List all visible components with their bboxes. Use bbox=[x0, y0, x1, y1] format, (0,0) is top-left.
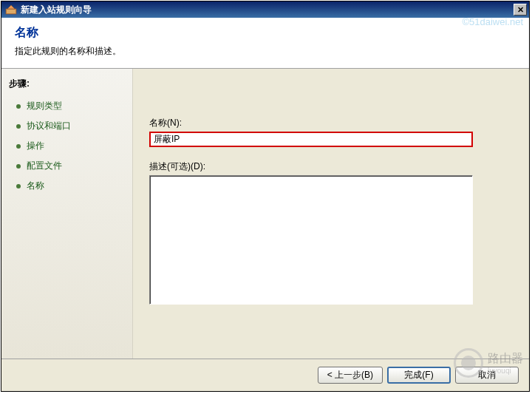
wizard-header: 名称 指定此规则的名称和描述。 bbox=[1, 18, 529, 69]
page-description: 指定此规则的名称和描述。 bbox=[15, 45, 516, 58]
page-title: 名称 bbox=[15, 25, 516, 41]
titlebar: 新建入站规则向导 ✕ bbox=[1, 1, 529, 18]
window-title: 新建入站规则向导 bbox=[21, 4, 514, 16]
step-action[interactable]: 操作 bbox=[1, 136, 132, 156]
desc-field-row: 描述(可选)(D): bbox=[149, 160, 513, 307]
bullet-icon bbox=[16, 124, 21, 129]
svg-rect-1 bbox=[7, 10, 16, 13]
desc-label: 描述(可选)(D): bbox=[149, 160, 513, 173]
step-protocol-ports[interactable]: 协议和端口 bbox=[1, 116, 132, 136]
step-label: 协议和端口 bbox=[27, 120, 71, 132]
step-name[interactable]: 名称 bbox=[1, 176, 132, 196]
name-field-row: 名称(N): bbox=[149, 117, 513, 147]
app-icon bbox=[5, 4, 17, 16]
cancel-button[interactable]: 取消 bbox=[455, 367, 519, 384]
back-button[interactable]: < 上一步(B) bbox=[318, 367, 383, 384]
step-label: 操作 bbox=[27, 140, 44, 152]
step-rule-type[interactable]: 规则类型 bbox=[1, 96, 132, 116]
name-label: 名称(N): bbox=[149, 117, 513, 129]
desc-textarea[interactable] bbox=[149, 175, 473, 305]
close-icon: ✕ bbox=[517, 5, 524, 15]
step-label: 名称 bbox=[27, 180, 44, 192]
bullet-icon bbox=[16, 144, 21, 149]
step-profile[interactable]: 配置文件 bbox=[1, 156, 132, 176]
bullet-icon bbox=[16, 104, 21, 109]
step-label: 规则类型 bbox=[27, 100, 62, 112]
steps-label: 步骤: bbox=[1, 75, 132, 96]
bullet-icon bbox=[16, 164, 21, 169]
content-panel: 名称(N): 描述(可选)(D): bbox=[133, 69, 529, 359]
name-input[interactable] bbox=[149, 132, 473, 147]
close-button[interactable]: ✕ bbox=[514, 4, 527, 16]
wizard-footer: < 上一步(B) 完成(F) 取消 bbox=[1, 359, 529, 391]
bullet-icon bbox=[16, 184, 21, 188]
steps-sidebar: 步骤: 规则类型 协议和端口 操作 配置文件 名称 bbox=[1, 69, 133, 359]
step-label: 配置文件 bbox=[27, 160, 62, 172]
wizard-body: 步骤: 规则类型 协议和端口 操作 配置文件 名称 名称(N): 描述(可选)(… bbox=[1, 69, 529, 359]
finish-button[interactable]: 完成(F) bbox=[387, 367, 451, 384]
wizard-dialog: 新建入站规则向导 ✕ 名称 指定此规则的名称和描述。 步骤: 规则类型 协议和端… bbox=[1, 1, 530, 392]
